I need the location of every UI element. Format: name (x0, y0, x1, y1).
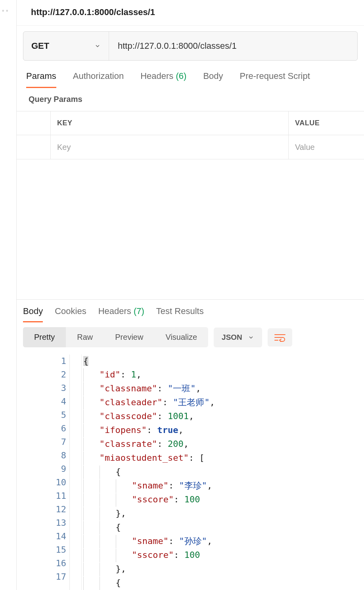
view-mode-group: Pretty Raw Preview Visualize (23, 327, 208, 347)
http-method-select[interactable]: GET (23, 32, 109, 60)
params-key-header: KEY (51, 111, 289, 135)
body-format-label: JSON (222, 333, 242, 342)
tab-body[interactable]: Body (203, 71, 223, 88)
resp-tab-body[interactable]: Body (23, 306, 43, 322)
resp-tab-headers[interactable]: Headers (7) (98, 306, 144, 322)
view-raw[interactable]: Raw (66, 327, 104, 347)
response-body-code[interactable]: 1234567891011121314151617 { "id": 1, "cl… (17, 352, 364, 590)
params-checkbox-header (17, 111, 51, 135)
drag-dots-icon: ∘∘ (2, 8, 10, 13)
params-value-input[interactable] (295, 143, 358, 152)
response-tabs: Body Cookies Headers (7) Test Results (17, 300, 364, 322)
query-params-table: KEY VALUE (17, 111, 364, 159)
request-tabs: Params Authorization Headers (6) Body Pr… (17, 61, 364, 88)
tab-headers[interactable]: Headers (6) (140, 71, 186, 88)
chevron-down-icon (94, 43, 101, 49)
headers-count-badge: (6) (176, 71, 187, 81)
wrap-icon (274, 333, 286, 342)
tab-authorization[interactable]: Authorization (73, 71, 124, 88)
chevron-down-icon (248, 334, 254, 341)
view-preview[interactable]: Preview (104, 327, 154, 347)
code-content: { "id": 1, "classname": "一班", "clasleade… (82, 354, 215, 590)
spacer (17, 159, 364, 299)
request-title: http://127.0.0.1:8000/classes/1 (17, 0, 364, 26)
query-params-heading: Query Params (17, 88, 364, 111)
view-pretty[interactable]: Pretty (23, 327, 66, 347)
view-visualize[interactable]: Visualize (154, 327, 208, 347)
params-row-checkbox[interactable] (17, 135, 51, 159)
resp-headers-count-badge: (7) (134, 306, 144, 316)
response-view-bar: Pretty Raw Preview Visualize JSON (17, 322, 364, 352)
tab-params[interactable]: Params (26, 71, 56, 88)
resp-tab-headers-label: Headers (98, 306, 131, 316)
resp-tab-cookies[interactable]: Cookies (55, 306, 86, 322)
fold-column (71, 354, 82, 590)
tab-headers-label: Headers (140, 71, 173, 81)
request-url-input[interactable] (109, 32, 357, 60)
body-format-select[interactable]: JSON (214, 328, 262, 347)
response-panel: Body Cookies Headers (7) Test Results Pr… (17, 299, 364, 590)
left-gutter: ∘∘ (0, 0, 17, 590)
request-bar: GET (23, 31, 358, 61)
wrap-lines-button[interactable] (268, 328, 292, 347)
params-key-input[interactable] (57, 143, 282, 152)
http-method-label: GET (31, 41, 49, 51)
params-value-header: VALUE (289, 111, 364, 135)
line-number-gutter: 1234567891011121314151617 (17, 354, 70, 590)
resp-tab-test-results[interactable]: Test Results (156, 306, 204, 322)
tab-pre-request-script[interactable]: Pre-request Script (240, 71, 310, 88)
